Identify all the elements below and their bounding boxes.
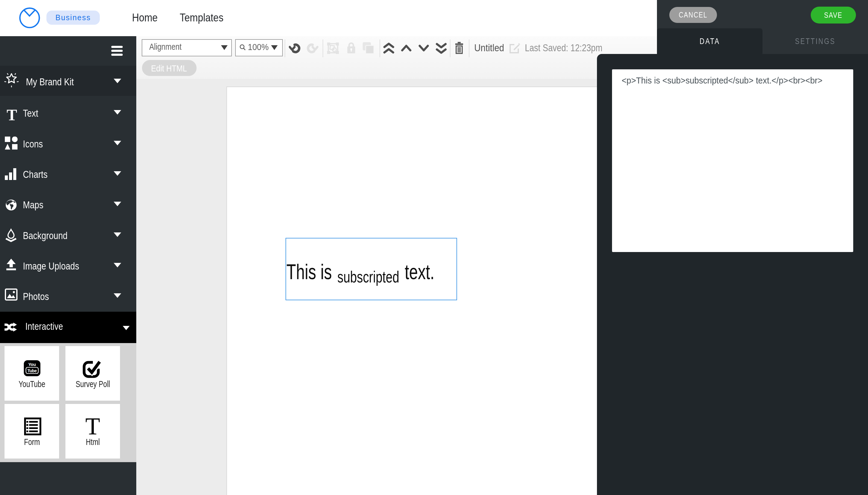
- svg-text:You: You: [28, 362, 36, 367]
- svg-text:Tube: Tube: [28, 369, 37, 373]
